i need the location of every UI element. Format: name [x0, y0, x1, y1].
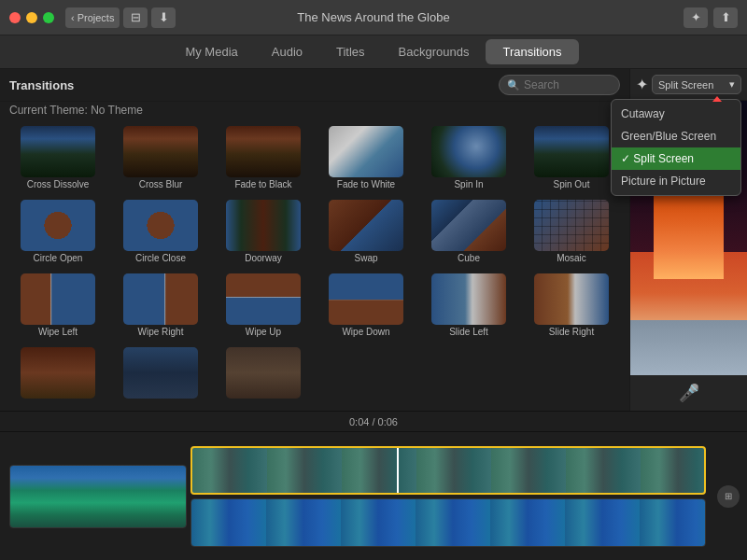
transition-label-spin-in: Spin In: [454, 179, 483, 189]
fullscreen-button[interactable]: [43, 12, 54, 23]
transition-label-cube: Cube: [458, 253, 480, 263]
projects-back-button[interactable]: ‹ Projects: [65, 7, 120, 28]
transition-thumb-cross-dissolve: [21, 126, 95, 177]
transition-item-circle-close[interactable]: Circle Close: [112, 200, 209, 268]
transition-label-wipe-up: Wipe Up: [246, 327, 281, 337]
transition-thumb-wipe-down: [329, 273, 403, 325]
tab-my-media[interactable]: My Media: [168, 39, 254, 64]
right-panel-top: ✦ Split Screen ▾ Cutaway Green/Blue Scre…: [630, 69, 747, 101]
main-area: Transitions 🔍 Current Theme: No Theme Cr…: [0, 69, 747, 411]
transition-thumb-circle-close: [123, 200, 198, 251]
chevron-left-icon: ‹: [71, 12, 75, 23]
split-screen-dropdown-button[interactable]: Split Screen ▾: [652, 75, 741, 94]
transition-item-wipe-down[interactable]: Wipe Down: [317, 273, 415, 342]
transition-label-slide-right: Slide Right: [549, 327, 594, 337]
tab-titles[interactable]: Titles: [319, 39, 382, 64]
timeline: 0:04 / 0:06 ⊞: [0, 411, 747, 560]
tab-backgrounds[interactable]: Backgrounds: [382, 39, 486, 64]
share-button[interactable]: ⬆: [713, 7, 738, 28]
split-screen-label: Split Screen: [658, 79, 713, 91]
transitions-panel-title: Transitions: [9, 78, 491, 92]
search-icon: 🔍: [507, 79, 520, 91]
transition-label-wipe-right: Wipe Right: [138, 327, 184, 337]
transition-item-partial2[interactable]: [112, 347, 209, 405]
tabbar: My Media Audio Titles Backgrounds Transi…: [0, 35, 747, 69]
transition-item-wipe-right[interactable]: Wipe Right: [112, 273, 209, 342]
tab-audio[interactable]: Audio: [255, 39, 319, 64]
playhead: [397, 446, 399, 495]
transition-item-cross-dissolve[interactable]: Cross Dissolve: [9, 126, 106, 194]
transition-label-swap: Swap: [354, 253, 377, 263]
window-title: The News Around the Globe: [297, 10, 449, 24]
transition-item-partial3[interactable]: [215, 347, 312, 405]
transition-label-circle-open: Circle Open: [34, 253, 83, 263]
dropdown-item-split-screen[interactable]: ✓ Split Screen: [612, 147, 740, 170]
track-strip-secondary: [190, 498, 706, 547]
transition-label-mosaic: Mosaic: [557, 253, 586, 263]
theme-label: Current Theme: No Theme: [0, 102, 629, 120]
transition-thumb-circle-open: [21, 200, 95, 251]
tab-transitions[interactable]: Transitions: [486, 39, 578, 64]
transition-item-slide-right[interactable]: Slide Right: [523, 273, 620, 342]
transition-item-wipe-up[interactable]: Wipe Up: [215, 273, 312, 342]
track-thumbnail-world: [9, 465, 187, 528]
import-button[interactable]: ⬇: [151, 7, 176, 28]
dropdown-item-cutaway[interactable]: Cutaway: [612, 103, 740, 125]
effects-button[interactable]: ✦: [684, 7, 708, 28]
minimize-button[interactable]: [26, 12, 37, 23]
transition-label-doorway: Doorway: [245, 253, 281, 263]
transition-thumb-fade-to-black: [226, 126, 301, 177]
magic-wand-button[interactable]: ✦: [636, 76, 648, 93]
transition-label-wipe-down: Wipe Down: [342, 327, 389, 337]
dropdown-item-picture-in-picture[interactable]: Picture in Picture: [612, 170, 740, 192]
transition-thumb-wipe-left: [21, 273, 95, 325]
transition-thumb-slide-left: [431, 273, 506, 325]
cabin-snow: [630, 320, 747, 375]
dropdown-arrow: [712, 96, 722, 102]
transition-item-mosaic[interactable]: Mosaic: [523, 200, 620, 268]
transition-label-cross-blur: Cross Blur: [139, 179, 183, 189]
transition-item-spin-in[interactable]: Spin In: [420, 126, 517, 194]
chevron-down-icon: ▾: [729, 78, 735, 91]
transition-item-wipe-left[interactable]: Wipe Left: [9, 273, 106, 342]
track-strip-primary: [190, 446, 706, 495]
close-button[interactable]: [9, 12, 21, 23]
transition-item-swap[interactable]: Swap: [317, 200, 415, 268]
transition-item-slide-left[interactable]: Slide Left: [420, 273, 517, 342]
timeline-time-display: 0:04 / 0:06: [349, 416, 398, 427]
transition-item-circle-open[interactable]: Circle Open: [9, 200, 106, 268]
transition-item-cross-blur[interactable]: Cross Blur: [112, 126, 209, 194]
transition-label-wipe-left: Wipe Left: [38, 327, 78, 337]
transition-thumb-partial1: [21, 347, 95, 399]
titlebar: ‹ Projects ⊟ ⬇ The News Around the Globe…: [0, 0, 747, 35]
dropdown-menu: Cutaway Green/Blue Screen ✓ Split Screen…: [611, 99, 741, 196]
right-panel: ✦ Split Screen ▾ Cutaway Green/Blue Scre…: [630, 69, 747, 411]
transition-thumb-partial3: [226, 347, 301, 399]
transition-thumb-spin-out: [534, 126, 609, 177]
transition-item-doorway[interactable]: Doorway: [215, 200, 312, 268]
transition-label-cross-dissolve: Cross Dissolve: [27, 179, 90, 189]
transition-item-spin-out[interactable]: Spin Out: [523, 126, 620, 194]
traffic-lights: [9, 12, 54, 23]
transition-thumb-partial2: [123, 347, 198, 399]
transition-thumb-fade-to-white: [329, 126, 403, 177]
transition-item-fade-to-black[interactable]: Fade to Black: [215, 126, 312, 194]
transition-label-spin-out: Spin Out: [554, 179, 590, 189]
transition-thumb-doorway: [226, 200, 301, 251]
transitions-grid: Cross DissolveCross BlurFade to BlackFad…: [0, 120, 629, 411]
projects-label: Projects: [78, 12, 115, 23]
microphone-button[interactable]: 🎤: [630, 375, 747, 411]
dropdown-item-green-blue[interactable]: Green/Blue Screen: [612, 125, 740, 147]
transition-label-fade-to-black: Fade to Black: [234, 179, 291, 189]
view-toggle-button[interactable]: ⊟: [123, 7, 148, 28]
transition-thumb-wipe-right: [123, 273, 198, 325]
transition-item-fade-to-white[interactable]: Fade to White: [317, 126, 415, 194]
cabin-lights: [654, 183, 724, 279]
timeline-header: 0:04 / 0:06: [0, 412, 747, 432]
search-input[interactable]: [524, 78, 608, 91]
transition-item-cube[interactable]: Cube: [420, 200, 517, 268]
transition-thumb-swap: [329, 200, 403, 251]
track-end-button[interactable]: ⊞: [717, 485, 740, 508]
search-box[interactable]: 🔍: [499, 75, 620, 95]
transition-item-partial1[interactable]: [9, 347, 106, 405]
